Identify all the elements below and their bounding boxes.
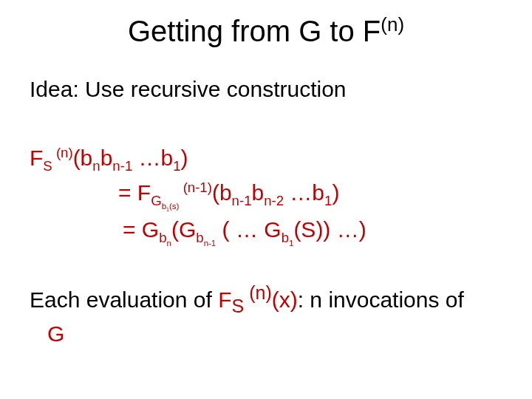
- sub: n-1: [204, 239, 216, 248]
- title-text: Getting from G to F: [128, 15, 381, 47]
- slide-title: Getting from G to F(n): [0, 13, 532, 48]
- sub-b: b: [196, 230, 203, 245]
- sub: n-1: [112, 158, 132, 174]
- formula-block: FS (n)(bnbn-1 …b1) = FGb1(s) (n-1)(bn-1b…: [30, 142, 366, 250]
- sub: bn-1: [196, 230, 216, 245]
- sup: (n): [244, 282, 272, 303]
- sub: S: [232, 296, 245, 316]
- sub: bn: [159, 230, 171, 245]
- sub: n-2: [264, 193, 284, 208]
- txt: = G: [123, 217, 159, 242]
- txt: = F: [118, 180, 151, 205]
- txt: (G: [171, 217, 196, 242]
- sub: S: [43, 158, 52, 174]
- g-symbol: G: [47, 321, 64, 346]
- sub-g: G: [151, 193, 161, 208]
- summary-block: Each evaluation of FS (n)(x): n invocati…: [30, 281, 502, 349]
- sub-b: b: [159, 230, 166, 245]
- formula-line-2: = FGb1(s) (n-1)(bn-1bn-2 …b1): [30, 177, 366, 214]
- txt: ): [181, 146, 188, 170]
- sub: 1: [173, 158, 180, 174]
- title-sup: (n): [381, 13, 404, 35]
- sub: b1(s): [162, 202, 180, 211]
- f-symbol: F: [218, 287, 231, 312]
- summary-text-1: Each evaluation of: [30, 287, 218, 312]
- txt: (b: [73, 146, 93, 170]
- sup: (n): [52, 145, 73, 160]
- sub: n-1: [232, 193, 252, 208]
- txt: …b: [132, 146, 173, 170]
- summary-text-2: : n invocations of: [298, 287, 464, 312]
- formula-line-1: FS (n)(bnbn-1 …b1): [30, 142, 366, 177]
- txt: ( … G: [216, 217, 281, 242]
- sup: (n-1): [179, 180, 211, 195]
- txt: ): [332, 180, 339, 205]
- txt: (b: [212, 180, 232, 205]
- f-symbol: F: [30, 146, 43, 170]
- sub: Gb1(s): [151, 193, 179, 208]
- slide: Getting from G to F(n) Idea: Use recursi…: [0, 0, 532, 399]
- formula-line-3: = Gbn(Gbn-1 ( … Gb1(S)) …): [30, 214, 366, 249]
- txt: …b: [284, 180, 324, 205]
- sub: b1: [282, 230, 294, 245]
- idea-line: Idea: Use recursive construction: [30, 77, 347, 102]
- txt: b: [251, 180, 264, 205]
- txt: b: [100, 146, 113, 170]
- expr: (x): [272, 287, 298, 312]
- summary-line-2: G: [30, 319, 502, 349]
- sub-s: (s): [169, 202, 179, 211]
- summary-expr: FS (n)(x): [218, 287, 298, 312]
- sub-b: b: [282, 230, 289, 245]
- sub: 1: [324, 193, 332, 208]
- sub: n: [92, 158, 100, 174]
- txt: (S)) …): [293, 217, 366, 242]
